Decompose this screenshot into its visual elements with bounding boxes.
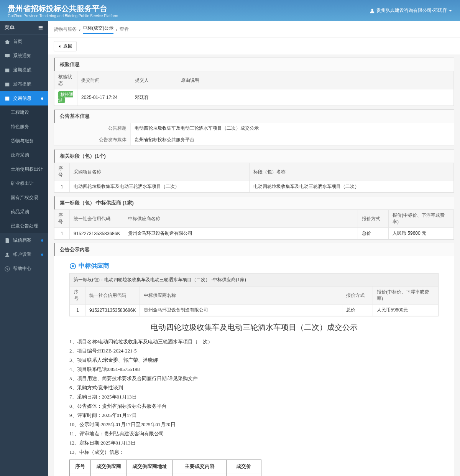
sidebar-item-help[interactable]: ?帮助中心 bbox=[0, 262, 48, 276]
breadcrumb-b[interactable]: 中标(成交)公示 bbox=[83, 25, 113, 34]
sidebar-menu-header[interactable]: 菜单 bbox=[0, 21, 48, 35]
winner-title: 第一标段（包）-中标供应商 (1家) bbox=[54, 196, 454, 209]
breadcrumb: 货物与服务 › 中标(成交)公示 › 查看 bbox=[48, 21, 460, 38]
cell-reason bbox=[177, 89, 454, 106]
header: 贵州省招标投标公共服务平台 GuiZhou Province Tendering… bbox=[0, 0, 460, 21]
sections-title: 相关标段（包）(1个) bbox=[54, 150, 454, 163]
announce-title: 电动四轮垃圾收集车及电动三轮洒水车项目（二次）成交公示 bbox=[69, 322, 439, 333]
sidebar-item-publish[interactable]: 发布提醒 bbox=[0, 77, 48, 91]
th-method: 报价方式 bbox=[358, 210, 389, 228]
user-menu[interactable]: 贵州弘典建设咨询有限公司-邓廷容 bbox=[370, 7, 452, 14]
th-person: 提交人 bbox=[131, 71, 177, 89]
table-row: 1 电动四轮垃圾收集车及电动三轮洒水车项目（二次） 电动四轮垃圾收集车及电动三轮… bbox=[54, 181, 454, 193]
sidebar-sub-mining[interactable]: 矿业权出让 bbox=[0, 176, 48, 191]
expand-indicator-icon bbox=[41, 97, 43, 100]
breadcrumb-a[interactable]: 货物与服务 bbox=[54, 26, 77, 33]
announce-p: 9、评审时间：2025年01月17日 bbox=[69, 412, 439, 419]
cell-no: 1 bbox=[54, 228, 70, 239]
th-price: 成交价 bbox=[227, 460, 261, 473]
sidebar-item-system-notice[interactable]: 系统通知 bbox=[0, 49, 48, 63]
sidebar-item-account[interactable]: 帐户设置 bbox=[0, 247, 48, 262]
sidebar-sub-engineering[interactable]: 工程建设 bbox=[0, 105, 48, 120]
th-method: 报价方式 bbox=[342, 287, 373, 305]
sidebar-sub-state[interactable]: 国有产权交易 bbox=[0, 191, 48, 205]
announce-p: 1、项目名称:电动四轮垃圾收集车及电动三轮洒水车项目（二次） bbox=[69, 338, 439, 345]
cell-addr: 贵州省黔南布依族苗族自治州惠水县濛江街道长田工业园C区 bbox=[127, 473, 173, 476]
cell-no: 1 bbox=[70, 473, 91, 476]
announce-list: 1、项目名称:电动四轮垃圾收集车及电动三轮洒水车项目（二次） 2、项目编号:HD… bbox=[69, 338, 439, 476]
sidebar-submenu: 工程建设 特色服务 货物与服务 政府采购 土地使用权出让 矿业权出让 国有产权交… bbox=[0, 105, 48, 233]
cell-method: 总价 bbox=[358, 228, 389, 239]
trade-icon bbox=[5, 96, 10, 101]
th-reason: 原由说明 bbox=[177, 71, 454, 89]
content-title: 公告公示内容 bbox=[54, 243, 454, 256]
th-code: 统一社会信用代码 bbox=[70, 210, 124, 228]
th-no: 序号 bbox=[70, 460, 91, 473]
back-button[interactable]: 返回 bbox=[54, 41, 77, 51]
back-icon bbox=[58, 44, 62, 49]
publish-icon bbox=[5, 82, 10, 87]
sidebar-item-integrity[interactable]: 诚信档案 bbox=[0, 233, 48, 247]
sidebar-item-home[interactable]: 首页 bbox=[0, 35, 48, 49]
home-icon bbox=[5, 39, 10, 44]
table-row: 1 91522731353583686K 贵州金马环卫设备制造有限公司 总价 人… bbox=[54, 228, 454, 239]
supplier-header: 中标供应商 bbox=[69, 262, 439, 270]
verify-title: 核验信息 bbox=[54, 58, 454, 71]
cell-time: 2025-01-17 17:24 bbox=[77, 89, 131, 106]
svg-text:?: ? bbox=[7, 267, 8, 271]
sidebar-sub-gov[interactable]: 政府采购 bbox=[0, 148, 48, 162]
cell-name: 贵州金马环卫设备制造有限公司 bbox=[140, 305, 342, 316]
announce-p: 7、采购日期：2025年01月13日 bbox=[69, 394, 439, 400]
supplier-table: 序号 统一社会信用代码 中标供应商名称 报价方式 报价(中标价、下浮率或费率) … bbox=[70, 286, 438, 316]
announce-p: 8、公告媒体：贵州省招标投标公共服务平台 bbox=[69, 403, 439, 410]
cell-supplier: 贵州金马环卫设备制造有限公司 bbox=[91, 473, 127, 476]
cell-price: 人民币59600元 bbox=[373, 305, 438, 316]
label-title: 公告标题 bbox=[54, 123, 131, 134]
th-price: 报价(中标价、下浮率或费率) bbox=[373, 287, 438, 305]
value-title: 电动四轮垃圾收集车及电动三轮洒水车项目（二次）成交公示 bbox=[131, 123, 454, 134]
menu-icon bbox=[38, 25, 43, 30]
svg-point-3 bbox=[72, 265, 74, 267]
sidebar-sub-goods[interactable]: 货物与服务 bbox=[0, 134, 48, 148]
expand-indicator-icon bbox=[41, 254, 43, 256]
announce-p: 11、评审地点：贵州弘典建设咨询有限公司 bbox=[69, 430, 439, 437]
th-pkg: 标段（包）名称 bbox=[249, 163, 453, 181]
table-row: 核验通过 2025-01-17 17:24 邓廷容 bbox=[54, 89, 454, 106]
value-media: 贵州省招标投标公共服务平台 bbox=[131, 134, 454, 145]
content-panel: 公告公示内容 中标供应商 第一标段(包)：电动四轮垃圾收集车及电动三轮洒水车项目… bbox=[54, 243, 454, 476]
sidebar-sub-feature[interactable]: 特色服务 bbox=[0, 120, 48, 134]
cell-pkg: 电动四轮垃圾收集车及电动三轮洒水车项目（二次） bbox=[249, 181, 453, 193]
cell-content: 电动四轮垃圾收集车及电动三轮洒水车项目（二次） bbox=[173, 473, 227, 476]
user-name: 贵州弘典建设咨询有限公司-邓廷容 bbox=[376, 7, 447, 14]
sections-panel: 相关标段（包）(1个) 序号 采购项目名称 标段（包）名称 1 电动四轮垃圾收集… bbox=[54, 149, 454, 193]
announce-p: 13、中标（成交）信息： bbox=[69, 449, 439, 456]
expand-indicator-icon bbox=[41, 239, 43, 242]
sidebar: 菜单 首页 系统通知 逾期提醒 发布提醒 交易信息 工程建设 特色服务 货物与服… bbox=[0, 21, 48, 476]
calendar-icon bbox=[5, 68, 10, 73]
announce-p: 5、项目用途、简要技术要求及合同履行日期:详见采购文件 bbox=[69, 375, 439, 382]
verify-table: 核验状态 提交时间 提交人 原由说明 核验通过 2025-01-17 17:24… bbox=[54, 71, 454, 106]
announce-p: 4、项目联系电话:0851-85755198 bbox=[69, 366, 439, 373]
announce-p: 12、定标日期:2025年01月13日 bbox=[69, 440, 439, 446]
user-icon bbox=[370, 8, 375, 13]
th-name: 中标供应商名称 bbox=[140, 287, 342, 305]
breadcrumb-c: 查看 bbox=[120, 26, 129, 33]
cell-price: 59600.00元 bbox=[227, 473, 261, 476]
th-proj: 采购项目名称 bbox=[70, 163, 250, 181]
announce-p: 3、项目联系人:宋金委、郭广荣、潘晓娜 bbox=[69, 357, 439, 364]
announce-p: 6、采购方式:竞争性谈判 bbox=[69, 384, 439, 391]
sections-table: 序号 采购项目名称 标段（包）名称 1 电动四轮垃圾收集车及电动三轮洒水车项目（… bbox=[54, 163, 454, 193]
th-time: 提交时间 bbox=[77, 71, 131, 89]
status-badge: 核验通过 bbox=[58, 91, 73, 103]
sidebar-item-trade-info[interactable]: 交易信息 bbox=[0, 91, 48, 105]
site-title: 贵州省招标投标公共服务平台 bbox=[8, 3, 118, 14]
supplier-box-title: 第一标段(包)：电动四轮垃圾收集车及电动三轮洒水车项目（二次） -中标供应商(1… bbox=[70, 273, 438, 286]
sidebar-sub-drug[interactable]: 药品采购 bbox=[0, 205, 48, 219]
sidebar-sub-published[interactable]: 已发公告处理 bbox=[0, 219, 48, 233]
cell-no: 1 bbox=[54, 181, 70, 193]
sidebar-item-overdue[interactable]: 逾期提醒 bbox=[0, 63, 48, 77]
sidebar-sub-land[interactable]: 土地使用权出让 bbox=[0, 162, 48, 176]
verify-panel: 核验信息 核验状态 提交时间 提交人 原由说明 核验通过 2025-01-17 … bbox=[54, 58, 454, 106]
table-row: 1 贵州金马环卫设备制造有限公司 贵州省黔南布依族苗族自治州惠水县濛江街道长田工… bbox=[70, 473, 261, 476]
site-subtitle: GuiZhou Province Tendering and Bidding P… bbox=[8, 14, 118, 18]
